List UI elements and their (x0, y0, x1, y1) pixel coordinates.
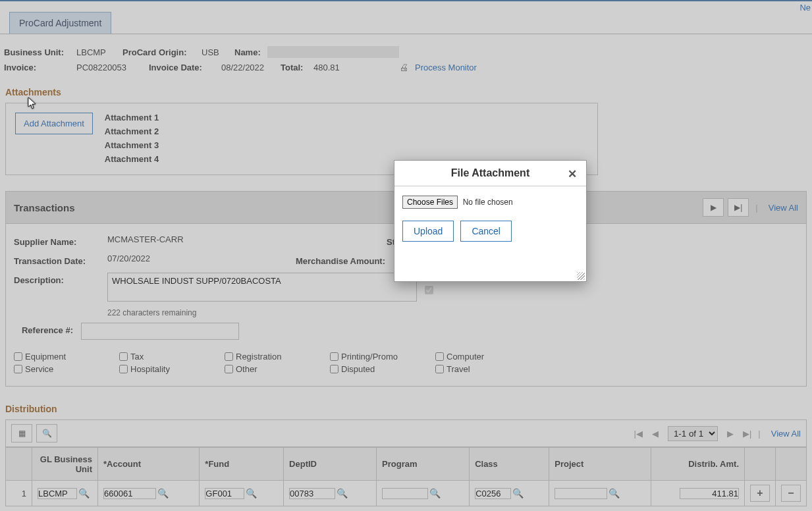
modal-header: File Attachment ✕ (394, 161, 586, 186)
no-file-label: No file chosen (463, 198, 513, 207)
resize-grip[interactable] (577, 272, 585, 280)
cursor-icon (28, 97, 37, 109)
file-attachment-modal: File Attachment ✕ Choose Files No file c… (394, 160, 587, 282)
upload-button[interactable]: Upload (402, 221, 454, 242)
cancel-button[interactable]: Cancel (460, 221, 512, 242)
choose-files-button[interactable]: Choose Files (402, 196, 458, 209)
modal-title: File Attachment (451, 167, 529, 179)
close-icon[interactable]: ✕ (568, 167, 577, 181)
